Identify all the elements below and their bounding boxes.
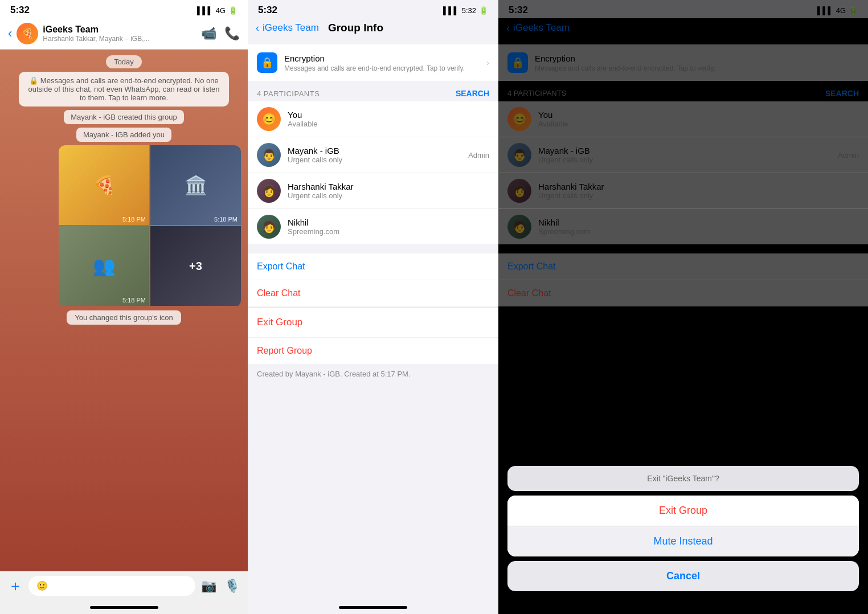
- action-sheet-buttons: Exit Group Mute Instead: [507, 496, 859, 556]
- report-group-button[interactable]: Report Group: [248, 338, 498, 364]
- nav-actions: 📹 📞: [201, 26, 240, 41]
- action-sheet-header: Exit "iGeeks Team"?: [507, 466, 859, 491]
- dialog-title: Exit "iGeeks Team"?: [647, 474, 719, 483]
- input-action-icons: 📷 🎙️: [201, 579, 240, 593]
- photo-timestamp-1: 5:18 PM: [122, 216, 146, 223]
- today-badge: Today: [106, 55, 142, 68]
- status-bar-groupinfo: 5:32 ▌▌▌ 5:32 🔋: [248, 0, 498, 18]
- export-chat-button[interactable]: Export Chat: [248, 253, 498, 280]
- group-info-navbar: ‹ iGeeks Team Group Info: [248, 18, 498, 40]
- battery-icon-2: 🔋: [479, 6, 488, 15]
- participants-list: 😊 You Available 👨 Mayank - iGB Urgent ca…: [248, 101, 498, 244]
- lock-icon: 🔒: [257, 52, 277, 73]
- avatar-harshanki: 👩: [257, 179, 281, 203]
- encryption-notice: 🔒 Messages and calls are end-to-end encr…: [19, 72, 230, 107]
- photo-cell-group[interactable]: 👥 5:18 PM: [59, 226, 149, 306]
- video-call-icon[interactable]: 📹: [201, 26, 216, 41]
- encryption-title: Encryption: [284, 54, 480, 63]
- group-info-content: 🔒 Encryption Messages and calls are end-…: [248, 40, 498, 600]
- participant-mayank[interactable]: 👨 Mayank - iGB Urgent calls only Admin: [248, 137, 498, 173]
- chat-title: iGeeks Team: [43, 24, 196, 35]
- signal-icon-2: ▌▌▌: [443, 6, 459, 15]
- chevron-right-icon: ›: [486, 58, 489, 67]
- participant-you-status: Available: [288, 120, 489, 128]
- participant-you[interactable]: 😊 You Available: [248, 101, 498, 137]
- encryption-section[interactable]: 🔒 Encryption Messages and calls are end-…: [248, 44, 498, 81]
- participant-you-name: You: [288, 110, 489, 120]
- network-badge: 4G: [216, 6, 226, 15]
- participants-header: 4 PARTICIPANTS SEARCH: [248, 81, 498, 101]
- group-avatar: 🍕: [17, 23, 38, 44]
- chat-subtitle: Harshanki Takkar, Mayank – iGB,...: [43, 35, 196, 43]
- photo-row-bottom: 👥 5:18 PM +3: [59, 226, 241, 306]
- add-attachment-button[interactable]: ＋: [8, 576, 23, 596]
- nav-title-block: iGeeks Team Harshanki Takkar, Mayank – i…: [43, 24, 196, 43]
- group-info-panel: 5:32 ▌▌▌ 5:32 🔋 ‹ iGeeks Team Group Info…: [248, 0, 498, 614]
- created-group-msg: Mayank - iGB created this group: [64, 110, 183, 124]
- status-time-groupinfo: 5:32: [258, 5, 277, 16]
- status-bar-chat: 5:32 ▌▌▌ 4G 🔋: [0, 0, 248, 18]
- action-section: Export Chat Clear Chat: [248, 253, 498, 307]
- admin-badge: Admin: [468, 151, 489, 159]
- sticker-icon: 🙂: [36, 580, 48, 591]
- avatar-you: 😊: [257, 107, 281, 131]
- home-indicator-groupinfo: [248, 600, 498, 614]
- message-input-bar: ＋ 🙂 📷 🎙️: [0, 571, 248, 600]
- network-badge-2: 5:32: [462, 6, 476, 15]
- photo-cell-food[interactable]: 🍕 5:18 PM: [59, 145, 149, 225]
- photo-cell-room[interactable]: 🏛️ 5:18 PM: [150, 145, 241, 225]
- avatar-nikhil: 🧑: [257, 215, 281, 239]
- clear-chat-button[interactable]: Clear Chat: [248, 280, 498, 307]
- status-time-chat: 5:32: [10, 5, 30, 16]
- participant-harshanki-status: Urgent calls only: [288, 191, 489, 200]
- participants-count: 4 PARTICIPANTS: [257, 89, 320, 98]
- home-indicator-chat: [0, 600, 248, 614]
- participant-mayank-info: Mayank - iGB Urgent calls only: [288, 146, 461, 164]
- back-button[interactable]: ‹: [8, 26, 12, 41]
- voice-call-icon[interactable]: 📞: [224, 26, 240, 41]
- signal-icon: ▌▌▌: [197, 6, 213, 15]
- added-msg: Mayank - iGB added you: [76, 128, 171, 142]
- chat-background: Today 🔒 Messages and calls are end-to-en…: [0, 50, 248, 571]
- action-sheet: Exit "iGeeks Team"? Exit Group Mute Inst…: [507, 466, 859, 591]
- photo-grid: 🍕 5:18 PM 🏛️ 5:18 PM 👥 5:18 PM +3: [59, 145, 241, 307]
- group-info-title: Group Info: [328, 22, 383, 34]
- participant-nikhil-name: Nikhil: [288, 218, 489, 227]
- created-info: Created by Mayank - iGB. Created at 5:17…: [248, 364, 498, 384]
- avatar-mayank: 👨: [257, 143, 281, 167]
- exit-group-button[interactable]: Exit Group: [248, 308, 498, 338]
- status-icons-groupinfo: ▌▌▌ 5:32 🔋: [443, 6, 488, 15]
- group-info-back-icon[interactable]: ‹: [256, 22, 259, 34]
- home-bar-2: [339, 606, 407, 609]
- mute-instead-button[interactable]: Mute Instead: [507, 526, 859, 556]
- participant-mayank-name: Mayank - iGB: [288, 146, 461, 155]
- microphone-icon[interactable]: 🎙️: [224, 579, 240, 593]
- participant-you-info: You Available: [288, 110, 489, 128]
- encryption-desc: Messages and calls are end-to-end encryp…: [284, 64, 480, 72]
- photo-cell-more[interactable]: +3: [150, 226, 241, 306]
- participant-mayank-status: Urgent calls only: [288, 155, 461, 164]
- participant-nikhil-info: Nikhil Spreeming.com: [288, 218, 489, 236]
- battery-icon: 🔋: [228, 6, 238, 15]
- photo-row-top: 🍕 5:18 PM 🏛️ 5:18 PM: [59, 145, 241, 225]
- chat-navbar: ‹ 🍕 iGeeks Team Harshanki Takkar, Mayank…: [0, 18, 248, 50]
- chat-panel: 5:32 ▌▌▌ 4G 🔋 ‹ 🍕 iGeeks Team Harshanki …: [0, 0, 248, 614]
- photo-timestamp-2: 5:18 PM: [214, 216, 238, 223]
- participant-harshanki-name: Harshanki Takkar: [288, 182, 489, 191]
- message-input-field[interactable]: 🙂: [28, 576, 195, 596]
- encryption-text: Encryption Messages and calls are end-to…: [284, 54, 480, 72]
- exit-section: Exit Group Report Group: [248, 307, 498, 364]
- exit-dialog-panel: 5:32 ▌▌▌ 4G 🔋 ‹ iGeeks Team Group Info 🔒…: [498, 0, 868, 614]
- photo-timestamp-3: 5:18 PM: [122, 297, 146, 304]
- status-icons-chat: ▌▌▌ 4G 🔋: [197, 6, 238, 15]
- group-info-back-label[interactable]: iGeeks Team: [263, 22, 319, 34]
- exit-group-action-button[interactable]: Exit Group: [507, 496, 859, 526]
- home-bar: [90, 606, 158, 609]
- participant-harshanki[interactable]: 👩 Harshanki Takkar Urgent calls only: [248, 173, 498, 209]
- camera-icon[interactable]: 📷: [201, 579, 216, 593]
- participant-nikhil[interactable]: 🧑 Nikhil Spreeming.com: [248, 209, 498, 244]
- participants-search-button[interactable]: SEARCH: [456, 89, 489, 98]
- more-photos-badge: +3: [150, 226, 241, 306]
- participant-nikhil-status: Spreeming.com: [288, 227, 489, 236]
- cancel-button[interactable]: Cancel: [507, 561, 859, 591]
